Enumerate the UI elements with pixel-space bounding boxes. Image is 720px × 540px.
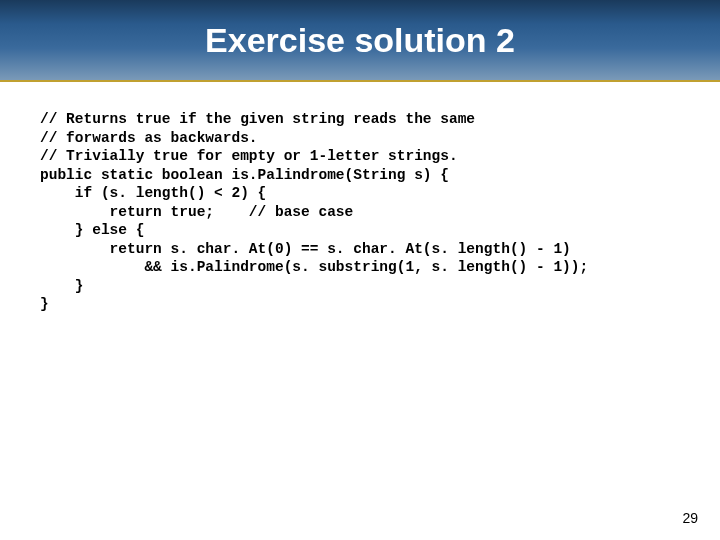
code-line: if (s. length() < 2) { xyxy=(40,185,266,201)
page-number: 29 xyxy=(682,510,698,526)
code-line: // forwards as backwards. xyxy=(40,130,258,146)
code-line: } xyxy=(40,278,84,294)
code-line: } else { xyxy=(40,222,144,238)
code-line: // Trivially true for empty or 1-letter … xyxy=(40,148,458,164)
slide-title: Exercise solution 2 xyxy=(205,21,515,60)
code-line: public static boolean is.Palindrome(Stri… xyxy=(40,167,449,183)
slide-content: // Returns true if the given string read… xyxy=(0,82,720,314)
slide-header: Exercise solution 2 xyxy=(0,0,720,82)
code-line: return s. char. At(0) == s. char. At(s. … xyxy=(40,241,571,257)
code-block: // Returns true if the given string read… xyxy=(40,110,710,314)
code-line: // Returns true if the given string read… xyxy=(40,111,475,127)
code-line: } xyxy=(40,296,49,312)
code-line: && is.Palindrome(s. substring(1, s. leng… xyxy=(40,259,588,275)
code-line: return true; // base case xyxy=(40,204,353,220)
